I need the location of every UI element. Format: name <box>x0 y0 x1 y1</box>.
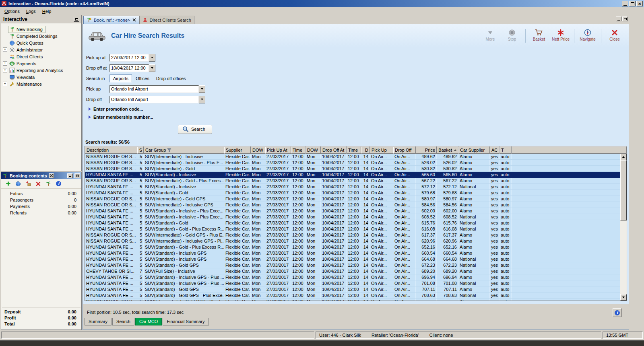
close-button[interactable]: Close <box>605 29 624 41</box>
vertical-scrollbar[interactable] <box>620 154 627 301</box>
result-row[interactable]: HYUNDAI SANTA FE ...5SUV(Standard) - Inc… <box>85 280 620 286</box>
pane-minimize-button[interactable] <box>616 16 621 21</box>
expand-plus-icon[interactable]: + <box>3 61 7 66</box>
pickup-location-dropdown-button[interactable] <box>199 85 205 93</box>
result-row[interactable]: NISSAN ROGUE OR S...5SUV(Intermediate) -… <box>85 160 620 166</box>
column-header-supplier[interactable]: Supplier <box>224 146 251 154</box>
result-row[interactable]: HYUNDAI SANTA FE ...5SUV(Standard) - Inc… <box>85 184 620 190</box>
column-header-s[interactable]: S <box>137 146 144 154</box>
search-in-airports[interactable]: Airports <box>109 74 132 82</box>
column-header-ac[interactable]: AC <box>490 146 500 154</box>
result-row[interactable]: NISSAN ROGUE OR S...5SUV(Intermediate) -… <box>85 202 620 208</box>
scrollbar-thumb[interactable] <box>620 160 627 220</box>
promotion-code-expander[interactable]: Enter promotion code... <box>89 105 629 113</box>
result-row[interactable]: HYUNDAI SANTA FE ...5SUV(Standard) - Gol… <box>85 226 620 232</box>
transfer-button[interactable] <box>25 180 32 187</box>
result-row[interactable]: CHEVY TAHOE OR SI...7SUV(Full Size) - In… <box>85 268 620 274</box>
info-button[interactable]: i <box>55 180 62 187</box>
booking-item-extras[interactable]: Extras0.00 <box>3 190 80 197</box>
tab-book-ref-none[interactable]: Book. ref.: <none> <box>83 16 139 24</box>
result-row[interactable]: HYUNDAI SANTA FE ...5SUV(Standard) - Inc… <box>85 172 620 178</box>
result-row[interactable]: HYUNDAI SANTA FE ...5SUV(Standard) - Gol… <box>85 244 620 250</box>
search-in-offices[interactable]: Offices <box>132 75 153 82</box>
dropoff-location-input[interactable] <box>109 96 199 103</box>
sidebar-item-reporting-and-analytics[interactable]: +Reporting and Analytics <box>3 67 80 74</box>
tab-close-icon[interactable] <box>132 18 136 22</box>
expand-plus-icon[interactable]: + <box>3 68 7 72</box>
result-row[interactable]: NISSAN ROGUE OR S...5SUV(Intermediate) -… <box>85 154 620 160</box>
result-row[interactable]: HYUNDAI SANTA FE ...5SUV(Standard) - Inc… <box>85 214 620 220</box>
column-header-time[interactable]: Time <box>291 146 305 154</box>
booking-item-refunds[interactable]: Refunds0.00 <box>3 210 80 216</box>
column-header-t[interactable]: T <box>500 146 512 154</box>
sidebar-item-completed-bookings[interactable]: Completed Bookings <box>3 33 80 39</box>
bottom-tab-car-mco[interactable]: Car MCO <box>135 318 162 325</box>
expand-plus-icon[interactable]: + <box>3 47 7 52</box>
result-row[interactable]: NISSAN ROGUE OR S...5SUV(Intermediate) -… <box>85 299 620 301</box>
close-window-button[interactable]: × <box>636 1 643 6</box>
result-row[interactable]: HYUNDAI SANTA FE ...5SUV(Standard) - Gol… <box>85 190 620 196</box>
result-row[interactable]: NISSAN ROGUE OR S...5SUV(Intermediate) -… <box>85 196 620 202</box>
globe-button[interactable] <box>14 180 22 187</box>
result-row[interactable]: HYUNDAI SANTA FE ...5SUV(Standard) - Inc… <box>85 274 620 280</box>
sidebar-item-payments[interactable]: +$Payments <box>3 60 80 67</box>
nett-price-button[interactable]: Nett Price <box>551 29 570 41</box>
booking-item-passengers[interactable]: Passengers0 <box>3 197 80 203</box>
result-row[interactable]: NISSAN ROGUE OR S...5SUV(Intermediate) -… <box>85 232 620 238</box>
sidebar-item-quick-quotes[interactable]: Quick Quotes <box>3 39 80 46</box>
sidebar-item-new-booking[interactable]: New Booking <box>3 26 80 33</box>
info-button[interactable]: i <box>613 308 621 317</box>
membership-number-expander[interactable]: Enter membership number... <box>89 113 629 121</box>
collapse-sidebar-button[interactable] <box>74 17 79 22</box>
pickup-location-input[interactable] <box>109 85 199 93</box>
booking-contents-close-button[interactable] <box>49 173 54 178</box>
column-header-basket[interactable]: Basket <box>437 146 458 154</box>
sidebar-item-viewdata[interactable]: Viewdata <box>3 74 80 80</box>
search-button[interactable]: Search <box>178 125 212 134</box>
result-row[interactable]: HYUNDAI SANTA FE ...5SUV(Standard) - Gol… <box>85 286 620 292</box>
column-header-dow[interactable]: DOW <box>251 146 265 154</box>
column-header-pick-up-at[interactable]: Pick Up At <box>265 146 291 154</box>
result-row[interactable]: NISSAN ROGUE OR S...5SUV(Intermediate) -… <box>85 166 620 172</box>
maximize-button[interactable] <box>629 1 636 6</box>
navigate-button[interactable]: Navigate <box>578 29 597 41</box>
bottom-tab-search[interactable]: Search <box>112 318 134 325</box>
column-header-description[interactable]: Description <box>85 146 137 154</box>
dropoff-at-dropdown-button[interactable] <box>149 64 155 72</box>
pane-restore-button[interactable] <box>622 16 628 21</box>
sidebar-item-maintenance[interactable]: +Maintenance <box>3 80 80 87</box>
result-row[interactable]: NISSAN ROGUE OR S...5SUV(Intermediate) -… <box>85 238 620 244</box>
column-header-time[interactable]: Time <box>347 146 361 154</box>
bottom-tab-summary[interactable]: Summary <box>85 318 111 325</box>
column-header-car-group[interactable]: Car Group <box>144 146 224 154</box>
menu-help[interactable]: Help <box>39 8 55 14</box>
result-row[interactable]: HYUNDAI SANTA FE ...5SUV(Standard) - Inc… <box>85 208 620 214</box>
booking-item-payments[interactable]: Payments0.00 <box>3 203 80 210</box>
tab-direct-clients-search[interactable]: Direct Clients Search <box>139 16 194 24</box>
pickup-at-input[interactable] <box>109 54 149 62</box>
result-row[interactable]: HYUNDAI SANTA FE ...5SUV(Standard) - Inc… <box>85 256 620 262</box>
dropoff-location-dropdown-button[interactable] <box>199 96 205 103</box>
bottom-tab-financial-summary[interactable]: Financial Summary <box>163 318 208 325</box>
column-header-price[interactable]: Price <box>416 146 437 154</box>
result-row[interactable]: NISSAN ROGUE OR S...5SUV(Intermediate) -… <box>85 178 620 184</box>
menu-logs[interactable]: Logs <box>23 8 39 14</box>
column-header-drop-off[interactable]: Drop Off <box>393 146 416 154</box>
column-header-dow[interactable]: DOW <box>305 146 321 154</box>
column-header-drop-off-at[interactable]: Drop Off At <box>321 146 347 154</box>
scroll-down-button[interactable] <box>620 294 627 301</box>
scroll-up-button[interactable] <box>620 154 627 160</box>
column-header-car-supplier[interactable]: Car Supplier <box>458 146 490 154</box>
result-row[interactable]: HYUNDAI SANTA FE ...5SUV(Standard) - Gol… <box>85 292 620 299</box>
basket-button[interactable]: Basket <box>530 29 548 41</box>
add-button[interactable] <box>4 180 12 187</box>
sidebar-item-direct-clients[interactable]: Direct Clients <box>3 53 80 60</box>
dropoff-at-input[interactable] <box>109 64 149 72</box>
column-header-pick-up[interactable]: Pick Up <box>370 146 393 154</box>
result-row[interactable]: HYUNDAI SANTA FE ...5SUV(Standard) - Inc… <box>85 250 620 256</box>
booking-panel-minimize-button[interactable] <box>67 173 73 178</box>
delete-button[interactable] <box>35 180 42 187</box>
pickup-at-dropdown-button[interactable] <box>149 54 155 62</box>
result-row[interactable]: HYUNDAI SANTA FE ...5SUV(Standard) - Gol… <box>85 262 620 268</box>
sidebar-item-administrator[interactable]: +Administrator <box>3 46 80 53</box>
